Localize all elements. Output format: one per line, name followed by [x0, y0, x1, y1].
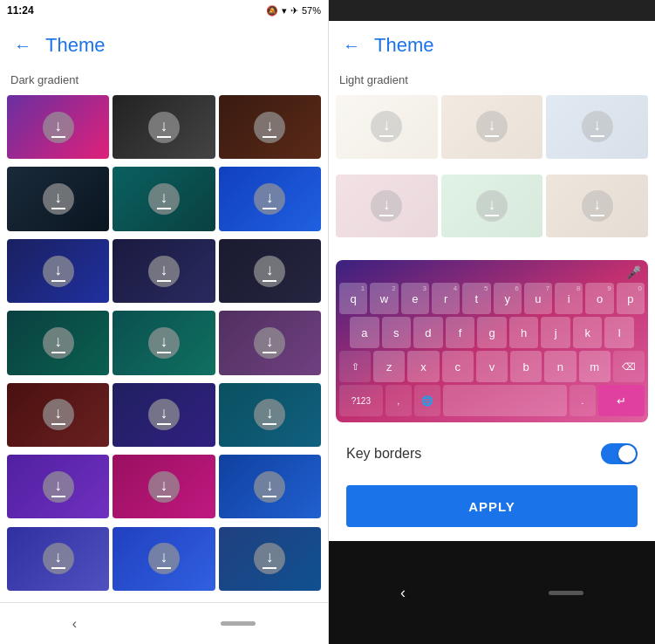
kb-key-r[interactable]: 4r — [432, 283, 460, 314]
kb-key-e[interactable]: 3e — [401, 283, 429, 314]
theme-item-15[interactable]: ↓ — [219, 383, 321, 447]
theme-item-2[interactable]: ↓ — [113, 95, 215, 159]
right-dl-4: ↓ — [371, 190, 402, 222]
theme-item-21[interactable]: ↓ — [219, 527, 321, 591]
kb-key-z[interactable]: z — [373, 351, 405, 382]
theme-item-5[interactable]: ↓ — [113, 167, 215, 230]
theme-item-11[interactable]: ↓ — [113, 311, 215, 374]
download-icon-17: ↓ — [148, 471, 180, 503]
kb-top-row: 🎤 — [339, 265, 645, 283]
download-icon-13: ↓ — [43, 399, 74, 430]
download-icon-6: ↓ — [254, 183, 285, 215]
kb-key-globe[interactable]: 🌐 — [414, 385, 440, 416]
theme-item-7[interactable]: ↓ — [7, 239, 109, 303]
kb-key-u[interactable]: 7u — [524, 283, 552, 314]
theme-item-20[interactable]: ↓ — [113, 527, 215, 591]
theme-item-12[interactable]: ↓ — [219, 311, 321, 374]
kb-key-g[interactable]: g — [477, 317, 507, 348]
right-theme-6[interactable]: ↓ — [546, 175, 648, 238]
left-section-label: Dark gradient — [0, 70, 328, 92]
right-back-nav[interactable]: ‹ — [400, 584, 406, 602]
theme-item-9[interactable]: ↓ — [219, 239, 321, 303]
kb-key-space[interactable] — [443, 385, 567, 416]
kb-key-q[interactable]: 1q — [339, 283, 367, 314]
kb-key-enter[interactable]: ↵ — [598, 385, 645, 416]
left-back-nav[interactable]: ‹ — [72, 616, 77, 632]
kb-key-n[interactable]: n — [544, 351, 576, 382]
right-dl-2: ↓ — [476, 111, 508, 142]
download-icon-14: ↓ — [148, 399, 180, 430]
kb-key-t[interactable]: 5t — [462, 283, 490, 314]
kb-key-c[interactable]: c — [442, 351, 474, 382]
kb-key-m[interactable]: m — [579, 351, 611, 382]
kb-key-l[interactable]: l — [604, 317, 634, 348]
kb-key-d[interactable]: d — [413, 317, 443, 348]
kb-key-x[interactable]: x — [407, 351, 439, 382]
kb-key-h[interactable]: h — [509, 317, 539, 348]
right-theme-2[interactable]: ↓ — [441, 95, 543, 159]
kb-key-period[interactable]: . — [570, 385, 596, 416]
apply-button[interactable]: APPLY — [346, 485, 638, 527]
kb-key-backspace[interactable]: ⌫ — [613, 351, 645, 382]
kb-key-w[interactable]: 2w — [370, 283, 398, 314]
kb-row-4: ?123 , 🌐 . ↵ — [339, 385, 645, 416]
download-icon-2: ↓ — [148, 112, 180, 143]
left-themes-grid: ↓ ↓ ↓ ↓ ↓ ↓ ↓ ↓ ↓ ↓ ↓ — [0, 92, 328, 602]
right-status-bar — [329, 0, 655, 21]
theme-item-16[interactable]: ↓ — [7, 455, 109, 518]
theme-item-13[interactable]: ↓ — [7, 383, 109, 447]
download-icon-8: ↓ — [148, 256, 180, 287]
left-back-button[interactable]: ← — [14, 36, 31, 56]
kb-key-comma[interactable]: , — [385, 385, 412, 416]
left-title: Theme — [45, 34, 105, 57]
left-panel: 11:24 🔕 ▾ ✈ 57% ← Theme Dark gradient ↓ … — [0, 0, 328, 644]
battery-icon: 57% — [302, 5, 321, 16]
keyboard-preview: 🎤 1q 2w 3e 4r 5t 6y 7u 8i 9o 0p a s d f … — [336, 260, 648, 422]
kb-key-j[interactable]: j — [541, 317, 570, 348]
right-theme-5[interactable]: ↓ — [441, 175, 543, 238]
wifi-icon: ▾ — [282, 5, 287, 17]
right-theme-4[interactable]: ↓ — [336, 175, 438, 238]
left-bottom-nav: ‹ — [0, 602, 328, 644]
download-icon-18: ↓ — [254, 471, 285, 503]
right-dl-6: ↓ — [582, 190, 613, 222]
status-icons: 🔕 ▾ ✈ 57% — [266, 5, 321, 17]
kb-key-f[interactable]: f — [446, 317, 475, 348]
right-theme-1[interactable]: ↓ — [336, 95, 438, 159]
right-theme-3[interactable]: ↓ — [546, 95, 648, 159]
left-home-indicator[interactable] — [221, 621, 256, 626]
kb-row-3: ⇧ z x c v b n m ⌫ — [339, 351, 645, 382]
theme-item-14[interactable]: ↓ — [113, 383, 215, 447]
right-home-indicator[interactable] — [549, 591, 583, 595]
download-icon-16: ↓ — [43, 471, 74, 503]
kb-key-shift[interactable]: ⇧ — [339, 351, 371, 382]
right-back-button[interactable]: ← — [343, 36, 360, 56]
download-icon-15: ↓ — [254, 399, 285, 430]
right-title: Theme — [374, 34, 433, 57]
theme-item-8[interactable]: ↓ — [113, 239, 215, 303]
kb-key-y[interactable]: 6y — [494, 283, 522, 314]
theme-item-3[interactable]: ↓ — [219, 95, 321, 159]
theme-item-1[interactable]: ↓ — [7, 95, 109, 159]
kb-key-p[interactable]: 0p — [617, 283, 645, 314]
theme-item-10[interactable]: ↓ — [7, 311, 109, 374]
kb-key-123[interactable]: ?123 — [339, 385, 383, 416]
theme-item-4[interactable]: ↓ — [7, 167, 109, 230]
kb-key-i[interactable]: 8i — [555, 283, 583, 314]
download-icon-20: ↓ — [148, 543, 180, 574]
kb-key-b[interactable]: b — [510, 351, 542, 382]
theme-item-18[interactable]: ↓ — [219, 455, 321, 518]
kb-key-s[interactable]: s — [382, 317, 412, 348]
kb-key-v[interactable]: v — [476, 351, 508, 382]
airplane-icon: ✈ — [290, 5, 298, 17]
theme-item-19[interactable]: ↓ — [7, 527, 109, 591]
download-icon-7: ↓ — [43, 256, 74, 287]
theme-item-6[interactable]: ↓ — [219, 167, 321, 230]
right-themes-preview: ↓ ↓ ↓ ↓ ↓ ↓ — [329, 92, 655, 253]
theme-item-17[interactable]: ↓ — [113, 455, 215, 518]
kb-key-o[interactable]: 9o — [585, 283, 613, 314]
download-icon-11: ↓ — [148, 327, 180, 359]
key-borders-toggle[interactable] — [601, 443, 638, 464]
kb-key-k[interactable]: k — [573, 317, 603, 348]
kb-key-a[interactable]: a — [350, 317, 379, 348]
